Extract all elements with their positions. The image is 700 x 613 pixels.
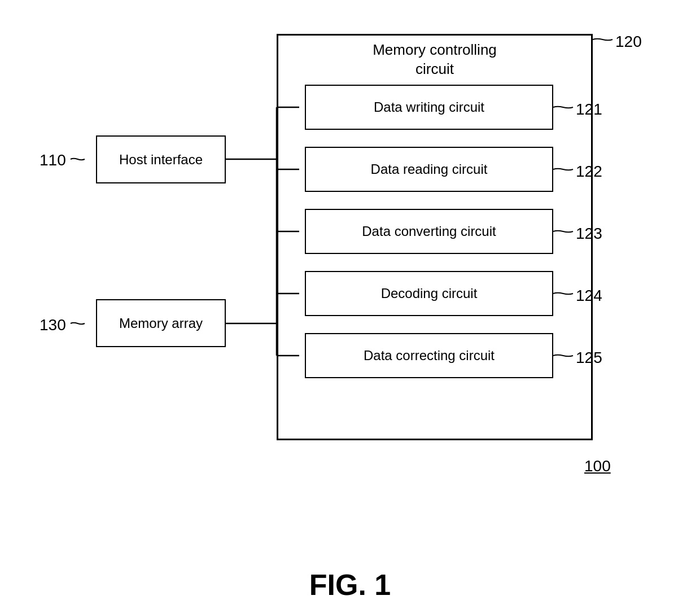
ref-121: 121 bbox=[576, 100, 602, 119]
ref-125: 125 bbox=[576, 349, 602, 367]
ref-124: 124 bbox=[576, 287, 602, 305]
ref-120: 120 bbox=[615, 33, 642, 51]
ref-123: 123 bbox=[576, 225, 602, 243]
ref-122: 122 bbox=[576, 163, 602, 181]
data-converting-circuit-box: Data converting circuit bbox=[305, 209, 553, 254]
data-reading-circuit-box: Data reading circuit bbox=[305, 147, 553, 192]
memory-array-box: Memory array bbox=[96, 299, 226, 347]
data-writing-circuit-box: Data writing circuit bbox=[305, 85, 553, 130]
ref-100: 100 bbox=[584, 457, 611, 475]
ref-130: 130 bbox=[40, 316, 66, 334]
data-correcting-circuit-box: Data correcting circuit bbox=[305, 333, 553, 378]
host-interface-box: Host interface bbox=[96, 135, 226, 183]
outer-box-title: Memory controlling circuit bbox=[277, 35, 593, 79]
figure-label: FIG. 1 bbox=[309, 568, 391, 602]
diagram: Memory controlling circuit 120 Data writ… bbox=[34, 23, 666, 531]
ref-110: 110 bbox=[40, 151, 66, 169]
decoding-circuit-box: Decoding circuit bbox=[305, 271, 553, 316]
